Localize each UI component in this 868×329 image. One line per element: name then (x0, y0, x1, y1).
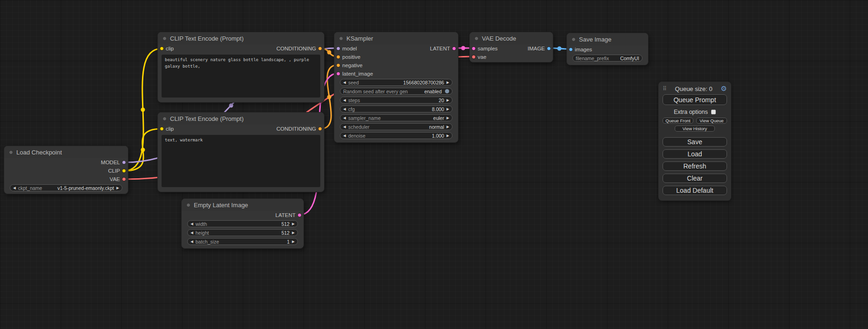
widget-denoise[interactable]: ◀ denoise 1.000 ▶ (340, 132, 452, 139)
input-pin-positive[interactable] (336, 55, 340, 59)
input-pin-negative[interactable] (336, 63, 340, 68)
node-title-bar[interactable]: Save Image (567, 33, 648, 45)
increment-arrow-icon[interactable]: ▶ (446, 125, 449, 129)
decrement-arrow-icon[interactable]: ◀ (13, 186, 16, 190)
node-load-checkpoint[interactable]: Load Checkpoint MODEL CLIP VAE ◀ ckpt_na… (4, 146, 128, 194)
node-title-bar[interactable]: KSampler (334, 32, 458, 44)
node-save-image[interactable]: Save Image images filename_prefix ComfyU… (566, 33, 649, 65)
widget-ckpt-name[interactable]: ◀ ckpt_name v1-5-pruned-emaonly.ckpt ▶ (10, 184, 122, 191)
increment-arrow-icon[interactable]: ▶ (292, 231, 295, 235)
node-title: CLIP Text Encode (Prompt) (170, 35, 244, 42)
node-ksampler[interactable]: KSampler model LATENT positive negative … (334, 32, 459, 143)
input-pin-model[interactable] (336, 47, 340, 51)
increment-arrow-icon[interactable]: ▶ (446, 116, 449, 120)
collapse-dot-icon[interactable] (162, 36, 167, 41)
node-title-bar[interactable]: CLIP Text Encode (Prompt) (158, 32, 324, 44)
decrement-arrow-icon[interactable]: ◀ (343, 125, 346, 129)
decrement-arrow-icon[interactable]: ◀ (191, 222, 193, 226)
decrement-arrow-icon[interactable]: ◀ (343, 134, 346, 138)
queue-front-button[interactable]: Queue Front (663, 118, 693, 124)
view-history-button[interactable]: View History (675, 126, 715, 132)
input-label-model: model (342, 46, 357, 51)
decrement-arrow-icon[interactable]: ◀ (343, 81, 346, 84)
increment-arrow-icon[interactable]: ▶ (116, 186, 119, 190)
save-button[interactable]: Save (663, 137, 727, 147)
widget-height[interactable]: ◀ height 512 ▶ (187, 229, 298, 236)
node-vae-decode[interactable]: VAE Decode samples IMAGE vae (469, 32, 553, 63)
node-title-bar[interactable]: Empty Latent Image (182, 199, 303, 211)
output-label-conditioning: CONDITIONING (276, 46, 316, 51)
increment-arrow-icon[interactable]: ▶ (446, 98, 449, 102)
input-label-images: images (575, 47, 592, 52)
refresh-button[interactable]: Refresh (663, 161, 727, 171)
history-row: View History (663, 126, 727, 132)
node-title: CLIP Text Encode (Prompt) (170, 115, 244, 122)
extra-options-checkbox[interactable] (711, 110, 716, 114)
decrement-arrow-icon[interactable]: ◀ (343, 98, 346, 102)
decrement-arrow-icon[interactable]: ◀ (343, 116, 346, 120)
extra-options-row: Extra options (663, 108, 727, 116)
increment-arrow-icon[interactable]: ▶ (446, 107, 449, 111)
increment-arrow-icon[interactable]: ▶ (292, 240, 295, 244)
widget-value: 512 (282, 221, 290, 227)
input-pin-samples[interactable] (472, 47, 476, 51)
clear-button[interactable]: Clear (663, 174, 727, 183)
output-pin-latent[interactable] (297, 213, 302, 217)
decrement-arrow-icon[interactable]: ◀ (191, 240, 193, 244)
output-pin-clip[interactable] (122, 169, 126, 173)
node-clip-text-encode-negative[interactable]: CLIP Text Encode (Prompt) clip CONDITION… (157, 112, 325, 192)
widget-filename-prefix[interactable]: filename_prefix ComfyUI (572, 55, 642, 62)
output-pin-conditioning[interactable] (318, 127, 322, 131)
toggle-dot-icon[interactable] (445, 89, 449, 93)
node-title-bar[interactable]: Load Checkpoint (4, 146, 128, 158)
node-clip-text-encode-positive[interactable]: CLIP Text Encode (Prompt) clip CONDITION… (157, 32, 325, 103)
node-title-bar[interactable]: VAE Decode (470, 32, 553, 44)
queue-prompt-button[interactable]: Queue Prompt (663, 94, 727, 105)
input-pin-clip[interactable] (160, 127, 164, 131)
node-title: Save Image (579, 36, 611, 43)
input-pin-images[interactable] (569, 48, 573, 52)
collapse-dot-icon[interactable] (162, 117, 167, 121)
output-pin-image[interactable] (547, 47, 551, 51)
increment-arrow-icon[interactable]: ▶ (446, 81, 449, 84)
collapse-dot-icon[interactable] (186, 203, 191, 207)
widget-seed[interactable]: ◀ seed 156680208700286 ▶ (340, 79, 452, 86)
prompt-textarea[interactable]: beautiful scenery nature glass bottle la… (162, 55, 320, 98)
widget-steps[interactable]: ◀ steps 20 ▶ (340, 97, 452, 104)
collapse-dot-icon[interactable] (474, 36, 479, 41)
widget-sampler-name[interactable]: ◀ sampler_name euler ▶ (340, 114, 452, 121)
output-pin-latent[interactable] (452, 47, 456, 51)
drag-handle-icon[interactable]: ⠿ (663, 85, 667, 92)
widget-name: scheduler (348, 124, 370, 130)
increment-arrow-icon[interactable]: ▶ (446, 134, 449, 138)
decrement-arrow-icon[interactable]: ◀ (191, 231, 193, 235)
collapse-dot-icon[interactable] (9, 150, 13, 154)
increment-arrow-icon[interactable]: ▶ (292, 222, 295, 226)
output-pin-model[interactable] (122, 161, 126, 165)
wire-midpoint-dot (327, 50, 332, 55)
load-default-button[interactable]: Load Default (663, 186, 727, 195)
settings-gear-icon[interactable]: ⚙ (721, 84, 727, 93)
slot-row: clip CONDITIONING (158, 125, 324, 133)
load-button[interactable]: Load (663, 149, 727, 159)
widget-scheduler[interactable]: ◀ scheduler normal ▶ (340, 123, 452, 130)
widget-width[interactable]: ◀ width 512 ▶ (187, 220, 298, 227)
widget-cfg[interactable]: ◀ cfg 8.000 ▶ (340, 105, 452, 112)
collapse-dot-icon[interactable] (572, 37, 576, 42)
decrement-arrow-icon[interactable]: ◀ (343, 107, 346, 111)
collapse-dot-icon[interactable] (339, 36, 343, 41)
input-pin-clip[interactable] (160, 47, 164, 51)
node-title-bar[interactable]: CLIP Text Encode (Prompt) (158, 112, 324, 125)
widget-batch-size[interactable]: ◀ batch_size 1 ▶ (187, 238, 298, 245)
queue-size-label: Queue size: 0 (667, 85, 721, 92)
output-pin-conditioning[interactable] (318, 47, 322, 51)
graph-canvas[interactable]: Load Checkpoint MODEL CLIP VAE ◀ ckpt_na… (0, 0, 868, 329)
node-empty-latent-image[interactable]: Empty Latent Image LATENT ◀ width 512 ▶ … (181, 198, 304, 249)
input-pin-vae[interactable] (472, 55, 476, 59)
output-pin-vae[interactable] (122, 177, 126, 182)
widget-random-seed-toggle[interactable]: Random seed after every gen enabled (340, 88, 452, 95)
input-pin-latent-image[interactable] (336, 72, 340, 76)
prompt-textarea[interactable]: text, watermark (162, 135, 320, 187)
view-queue-button[interactable]: View Queue (696, 118, 727, 124)
widget-name: ckpt_name (18, 185, 42, 191)
